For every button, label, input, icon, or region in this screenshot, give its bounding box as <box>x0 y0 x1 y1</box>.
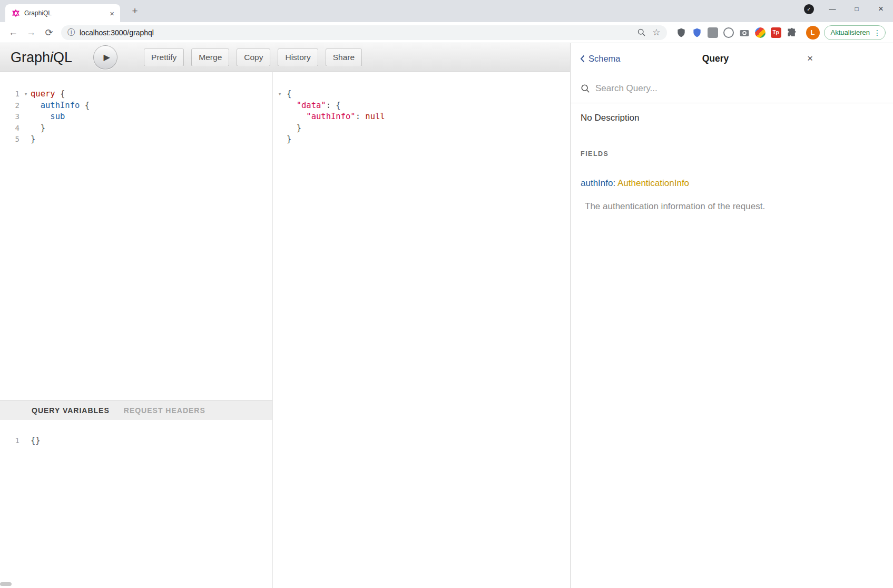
browser-toolbar: ← → ⟳ ⓘ localhost:3000/graphql ☆ Tp <box>0 22 893 43</box>
camera-extension-icon[interactable] <box>737 25 752 40</box>
doc-search-input[interactable] <box>595 83 883 94</box>
window-close-button[interactable]: × <box>869 0 893 18</box>
extensions-row: Tp <box>673 25 800 40</box>
line-number: 1 <box>0 435 21 447</box>
circle-extension-icon[interactable] <box>721 25 736 40</box>
fold-gutter <box>273 111 287 123</box>
play-icon: ▶ <box>101 53 110 62</box>
result-line: } <box>273 123 570 134</box>
merge-button[interactable]: Merge <box>191 48 229 66</box>
new-tab-button[interactable]: + <box>129 5 141 18</box>
field-description: The authentication information of the re… <box>585 201 883 212</box>
gray-box-extension-icon[interactable] <box>705 25 720 40</box>
code-text: "data": { <box>287 100 341 112</box>
back-button[interactable]: ← <box>5 25 21 41</box>
fold-gutter <box>21 100 31 112</box>
query-editor-column: 1 ▾ query { 2 authInfo { 3 sub <box>0 72 273 588</box>
doc-explorer-header: Schema Query × <box>571 43 893 74</box>
execute-query-button[interactable]: ▶ <box>93 45 117 70</box>
code-text: } <box>31 123 45 134</box>
doc-back-link[interactable]: Schema <box>580 54 621 64</box>
field-name-link[interactable]: authInfo <box>581 178 613 188</box>
line-number: 5 <box>0 134 21 145</box>
fold-gutter <box>21 111 31 123</box>
code-text: query { <box>31 89 65 100</box>
code-line: 5 } <box>0 134 272 145</box>
query-editor[interactable]: 1 ▾ query { 2 authInfo { 3 sub <box>0 72 272 400</box>
doc-back-label: Schema <box>588 54 621 64</box>
code-text: "authInfo": null <box>287 111 385 123</box>
bookmark-star-icon[interactable]: ☆ <box>652 27 660 38</box>
code-text: sub <box>31 111 65 123</box>
field-type-link[interactable]: AuthenticationInfo <box>617 178 689 188</box>
forward-button[interactable]: → <box>23 25 39 41</box>
fold-gutter <box>273 123 287 134</box>
fold-arrow-icon[interactable]: ▾ <box>273 89 287 100</box>
colorful-extension-icon[interactable] <box>753 25 768 40</box>
tab-query-variables[interactable]: QUERY VARIABLES <box>32 406 110 415</box>
history-button[interactable]: History <box>278 48 318 66</box>
graphiql-topbar: GraphiQL ▶ Prettify Merge Copy History S… <box>0 43 570 72</box>
code-text: { <box>287 89 291 100</box>
chrome-status-badge-icon[interactable]: ✓ <box>804 4 814 14</box>
graphiql-workspace: 1 ▾ query { 2 authInfo { 3 sub <box>0 72 570 588</box>
doc-explorer-body: No Description FIELDS authInfo: Authenti… <box>571 103 893 221</box>
browser-tab[interactable]: GraphiQL × <box>5 4 120 22</box>
line-number: 3 <box>0 111 21 123</box>
doc-explorer-panel: Schema Query × No Description FIELDS aut… <box>570 43 893 588</box>
no-description-text: No Description <box>581 113 883 123</box>
result-line: "authInfo": null <box>273 111 570 123</box>
result-line: } <box>273 134 570 145</box>
graphiql-left-section: GraphiQL ▶ Prettify Merge Copy History S… <box>0 43 570 588</box>
blue-shield-extension-icon[interactable] <box>690 25 704 40</box>
code-line: 4 } <box>0 123 272 134</box>
tp-extension-label: Tp <box>772 30 779 35</box>
horizontal-scrollbar[interactable] <box>0 582 12 586</box>
code-line: 3 sub <box>0 111 272 123</box>
tab-request-headers[interactable]: REQUEST HEADERS <box>124 406 205 415</box>
profile-avatar[interactable]: L <box>806 26 820 40</box>
line-number: 1 <box>0 89 21 100</box>
tp-extension-icon[interactable]: Tp <box>769 25 783 40</box>
code-line: 1 {} <box>0 435 272 447</box>
share-button[interactable]: Share <box>326 48 362 66</box>
reload-button[interactable]: ⟳ <box>41 25 57 41</box>
window-maximize-button[interactable]: □ <box>845 0 869 18</box>
code-text: authInfo { <box>31 100 90 112</box>
code-text: } <box>31 134 35 145</box>
zoom-icon[interactable] <box>637 28 646 37</box>
address-bar[interactable]: ⓘ localhost:3000/graphql ☆ <box>61 25 667 40</box>
shield-extension-icon[interactable] <box>674 25 689 40</box>
result-line: ▾ { <box>273 89 570 100</box>
doc-explorer-title: Query <box>623 53 808 64</box>
tab-title: GraphiQL <box>24 9 108 17</box>
result-pane: ▾ { "data": { "authInfo": null } <box>273 72 570 588</box>
fold-arrow-icon[interactable]: ▾ <box>21 89 31 100</box>
window-minimize-button[interactable]: — <box>820 0 845 18</box>
doc-search-bar <box>571 74 893 103</box>
variables-tabs-bar: QUERY VARIABLES REQUEST HEADERS <box>0 400 272 420</box>
line-number: 4 <box>0 123 21 134</box>
url-text[interactable]: localhost:3000/graphql <box>80 28 631 37</box>
query-variables-editor[interactable]: 1 {} <box>0 420 272 588</box>
fields-heading: FIELDS <box>581 150 883 158</box>
browser-update-button[interactable]: Aktualisieren ⋮ <box>824 25 886 40</box>
fold-gutter <box>273 134 287 145</box>
line-number: 2 <box>0 100 21 112</box>
window-controls: ✓ — □ × <box>804 0 893 18</box>
fold-gutter <box>21 435 31 447</box>
browser-update-label: Aktualisieren <box>831 28 870 36</box>
fold-gutter <box>21 134 31 145</box>
page-info-icon[interactable]: ⓘ <box>67 28 75 37</box>
chevron-left-icon <box>580 55 585 63</box>
doc-close-icon[interactable]: × <box>805 51 815 66</box>
prettify-button[interactable]: Prettify <box>144 48 184 66</box>
copy-button[interactable]: Copy <box>237 48 270 66</box>
search-icon <box>581 84 590 93</box>
puzzle-extension-icon[interactable] <box>784 25 799 40</box>
code-line: 2 authInfo { <box>0 100 272 112</box>
field-row: authInfo: AuthenticationInfo <box>581 178 883 189</box>
code-text: } <box>287 134 291 145</box>
field-separator: : <box>613 178 617 188</box>
tab-close-icon[interactable]: × <box>108 9 116 18</box>
